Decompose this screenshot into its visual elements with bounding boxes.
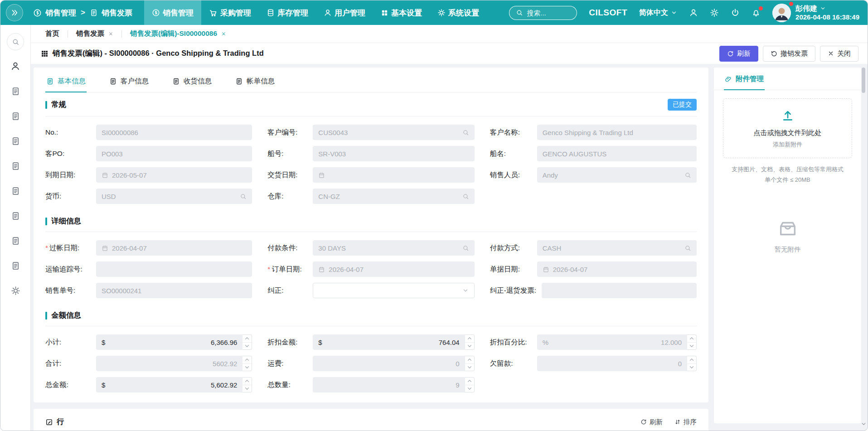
spin-down-icon bbox=[242, 363, 252, 371]
field-label: No.: bbox=[45, 128, 96, 136]
upload-dropzone[interactable]: 点击或拖拽文件到此处 添加新附件 bbox=[723, 98, 852, 158]
notifications-button[interactable] bbox=[752, 8, 761, 17]
section-accent-bar bbox=[45, 312, 47, 320]
close-label: 关闭 bbox=[837, 49, 851, 58]
sales-order-no-input: SO00000241 bbox=[96, 283, 252, 298]
lines-refresh-button[interactable]: 刷新 bbox=[640, 418, 663, 426]
sidebar-item-doc-3[interactable] bbox=[11, 136, 20, 146]
total-quantity-spinner bbox=[465, 377, 475, 392]
refresh-label: 刷新 bbox=[737, 49, 751, 58]
menu-label: 基本设置 bbox=[391, 8, 422, 18]
total-quantity-input: 9 bbox=[313, 377, 465, 392]
sidebar-item-doc-8[interactable] bbox=[11, 261, 20, 271]
sidebar-item-settings[interactable] bbox=[11, 286, 20, 295]
tab-customer-info[interactable]: 客户信息 bbox=[108, 70, 150, 92]
close-tab-icon[interactable] bbox=[221, 31, 226, 36]
language-selector[interactable]: 简体中文 bbox=[639, 8, 677, 18]
tab-label: 销售发票 bbox=[76, 29, 104, 39]
search-icon bbox=[462, 129, 469, 136]
spin-down-icon bbox=[242, 342, 252, 350]
close-button[interactable]: 关闭 bbox=[820, 46, 858, 62]
correction-select[interactable] bbox=[313, 283, 474, 298]
tab-basic-info[interactable]: 基本信息 bbox=[45, 70, 87, 92]
tab-billing-info[interactable]: 帐单信息 bbox=[234, 70, 276, 92]
sidebar-collapse-button[interactable] bbox=[6, 4, 23, 21]
sidebar-item-doc-7[interactable] bbox=[11, 236, 20, 246]
main-menu: 销售管理 采购管理 库存管理 用户管理 基本设置 系统设置 bbox=[144, 0, 487, 25]
tab-attachments[interactable]: 附件管理 bbox=[724, 68, 765, 90]
calendar-icon bbox=[102, 245, 108, 252]
search-icon bbox=[516, 9, 523, 16]
user-icon bbox=[324, 9, 332, 17]
language-label: 简体中文 bbox=[639, 8, 668, 18]
upload-hints: 支持图片、文档、表格、压缩包等常用格式 单个文件 ≤ 20MB bbox=[714, 165, 861, 185]
settings-icon-button[interactable] bbox=[710, 8, 719, 17]
freight-input: 0 bbox=[313, 356, 465, 371]
sidebar-item-doc-6[interactable] bbox=[11, 211, 20, 221]
breadcrumb-module[interactable]: 销售管理 bbox=[45, 8, 76, 18]
field-label: 总数量: bbox=[267, 380, 313, 390]
field-label: 客户编号: bbox=[267, 128, 313, 137]
upload-sub-text: 添加新附件 bbox=[728, 140, 847, 149]
no-input: SI00000086 bbox=[96, 125, 252, 140]
field-label: 折扣百分比: bbox=[490, 338, 537, 347]
page-scrollbar[interactable] bbox=[861, 68, 866, 427]
scroll-down-icon[interactable] bbox=[861, 421, 867, 427]
search-input[interactable] bbox=[527, 9, 567, 17]
menu-item-users[interactable]: 用户管理 bbox=[316, 0, 373, 25]
section-title: 详细信息 bbox=[51, 216, 81, 226]
menu-item-sales[interactable]: 销售管理 bbox=[144, 0, 201, 25]
tab-label: 销售发票(编辑)-SI00000086 bbox=[130, 29, 217, 39]
refresh-button[interactable]: 刷新 bbox=[719, 46, 758, 62]
menu-item-purchase[interactable]: 采购管理 bbox=[201, 0, 259, 25]
tab-home[interactable]: 首页 bbox=[37, 25, 68, 43]
edit-table-icon bbox=[45, 418, 53, 426]
lines-sort-button[interactable]: 排序 bbox=[674, 418, 697, 426]
user-name: 彭伟建 bbox=[795, 4, 817, 13]
scrollbar-thumb[interactable] bbox=[862, 68, 865, 93]
section-general: 常规 已提交 bbox=[45, 92, 697, 116]
close-tab-icon[interactable] bbox=[108, 31, 113, 36]
field-label: 交货日期: bbox=[267, 170, 313, 180]
spin-down-icon bbox=[687, 342, 696, 350]
field-label: 纠正-退货发票: bbox=[490, 286, 542, 295]
retention-input: 0 bbox=[537, 356, 687, 371]
sidebar-item-doc-1[interactable] bbox=[11, 87, 20, 96]
field-label: 销售人员: bbox=[490, 170, 537, 180]
sidebar-search-button[interactable] bbox=[7, 33, 24, 50]
sidebar-item-doc-2[interactable] bbox=[11, 111, 20, 121]
currency-input: USD bbox=[96, 189, 252, 204]
document-icon bbox=[11, 236, 20, 246]
page-title-text: 销售发票(编辑) - SI00000086 · Genco Shipping &… bbox=[53, 48, 264, 58]
menu-label: 系统设置 bbox=[448, 8, 479, 18]
breadcrumb: 销售管理 > 销售发票 bbox=[33, 8, 132, 18]
menu-item-basic-settings[interactable]: 基本设置 bbox=[373, 0, 430, 25]
document-icon bbox=[11, 111, 20, 121]
tab-label: 收货信息 bbox=[184, 77, 212, 86]
profile-icon-button[interactable] bbox=[689, 8, 698, 17]
global-search[interactable] bbox=[509, 6, 577, 20]
section-amounts: 金额信息 bbox=[45, 304, 697, 326]
field-label: 货币: bbox=[45, 192, 96, 201]
document-icon bbox=[11, 211, 20, 221]
sidebar-item-doc-4[interactable] bbox=[11, 161, 20, 171]
posting-date-input: 2026-04-07 bbox=[96, 240, 252, 256]
sidebar-item-doc-5[interactable] bbox=[11, 186, 20, 196]
sidebar-item-profile[interactable] bbox=[10, 61, 20, 71]
tab-invoice-edit[interactable]: 销售发票(编辑)-SI00000086 bbox=[122, 25, 234, 43]
field-label: 运输追踪号: bbox=[45, 265, 96, 274]
chevron-down-icon bbox=[671, 10, 677, 16]
user-menu[interactable]: 彭伟建 2026-04-08 16:38:49 bbox=[772, 4, 859, 22]
tab-shipping-info[interactable]: 收货信息 bbox=[171, 70, 213, 92]
lines-title: 行 bbox=[45, 417, 64, 427]
upload-main-text: 点击或拖拽文件到此处 bbox=[728, 129, 847, 137]
menu-item-inventory[interactable]: 库存管理 bbox=[259, 0, 316, 25]
section-title: 金额信息 bbox=[51, 310, 81, 320]
tab-sales-invoices[interactable]: 销售发票 bbox=[68, 25, 121, 43]
logout-icon-button[interactable] bbox=[731, 8, 740, 17]
field-label: 欠留款: bbox=[490, 359, 537, 368]
void-invoice-button[interactable]: 撤销发票 bbox=[763, 46, 815, 62]
customer-name-input: Genco Shipping & Trading Ltd bbox=[537, 125, 697, 140]
breadcrumb-page[interactable]: 销售发票 bbox=[102, 8, 132, 18]
menu-item-system-settings[interactable]: 系统设置 bbox=[430, 0, 487, 25]
